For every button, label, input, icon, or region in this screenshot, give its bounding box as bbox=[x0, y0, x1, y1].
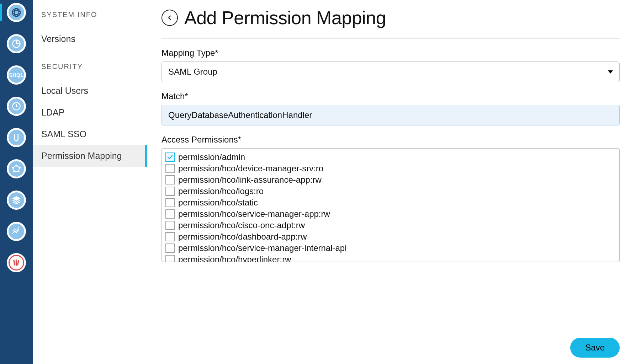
permission-row: permission/hco/device-manager-srv:ro bbox=[165, 163, 616, 174]
match-label: Match* bbox=[161, 91, 620, 101]
permission-label: permission/hco/dashboard-app:rw bbox=[178, 232, 307, 242]
sidebar-item-versions[interactable]: Versions bbox=[33, 28, 147, 50]
rail-item-shql[interactable]: SHQL bbox=[7, 65, 26, 85]
pie-icon bbox=[9, 36, 24, 52]
permission-label: permission/hco/cisco-onc-adpt:rw bbox=[178, 220, 305, 230]
rail-item-layers[interactable] bbox=[7, 191, 26, 210]
permission-row: permission/hco/link-assurance-app:rw bbox=[165, 174, 616, 186]
main-content: Add Permission Mapping Mapping Type* SAM… bbox=[147, 0, 641, 364]
permission-label: permission/hco/device-manager-srv:ro bbox=[178, 164, 323, 173]
topology-icon bbox=[9, 161, 24, 177]
svg-marker-11 bbox=[13, 197, 20, 201]
permission-checkbox[interactable] bbox=[165, 164, 175, 173]
shql-icon: SHQL bbox=[9, 67, 24, 83]
sidebar-item-local-users[interactable]: Local Users bbox=[33, 80, 147, 102]
permission-row: permission/hco/hyperlinker:rw bbox=[165, 254, 616, 262]
svg-point-2 bbox=[14, 9, 18, 17]
svg-point-0 bbox=[12, 9, 21, 17]
analytics-icon bbox=[9, 224, 24, 239]
permission-checkbox[interactable] bbox=[165, 175, 175, 184]
svg-point-6 bbox=[16, 165, 17, 166]
permission-row: permission/hco/service-manager-internal-… bbox=[165, 242, 616, 254]
sidebar-item-ldap[interactable]: LDAP bbox=[33, 102, 147, 123]
svg-rect-13 bbox=[16, 259, 17, 266]
permission-checkbox[interactable] bbox=[165, 232, 175, 241]
permission-label: permission/admin bbox=[178, 152, 245, 162]
mapping-type-value: SAML Group bbox=[168, 67, 217, 77]
svg-rect-14 bbox=[17, 260, 19, 266]
permissions-list: permission/adminpermission/hco/device-ma… bbox=[161, 148, 620, 262]
caret-down-icon bbox=[608, 70, 613, 74]
permission-checkbox[interactable] bbox=[165, 209, 175, 219]
permission-checkbox[interactable] bbox=[165, 152, 175, 162]
permission-checkbox[interactable] bbox=[165, 221, 175, 230]
permission-label: permission/hco/static bbox=[178, 198, 258, 208]
permission-row: permission/hco/dashboard-app:rw bbox=[165, 231, 616, 242]
permission-checkbox[interactable] bbox=[165, 243, 175, 253]
mapping-type-select[interactable]: SAML Group bbox=[161, 61, 620, 82]
rail-item-globe[interactable] bbox=[7, 3, 26, 22]
permission-row: permission/hco/cisco-onc-adpt:rw bbox=[165, 220, 616, 231]
permission-checkbox[interactable] bbox=[165, 198, 175, 207]
sidebar-header-security: SECURITY bbox=[33, 60, 147, 80]
rail-item-topology[interactable] bbox=[7, 159, 26, 178]
rail-item-analytics[interactable] bbox=[7, 222, 26, 241]
settings-sidebar: SYSTEM INFO Versions SECURITY Local User… bbox=[33, 0, 147, 364]
chevron-left-icon bbox=[166, 15, 173, 21]
svg-point-1 bbox=[12, 10, 21, 14]
permission-label: permission/hco/hyperlinker:rw bbox=[178, 255, 291, 262]
svg-point-9 bbox=[14, 171, 15, 172]
permission-row: permission/hco/static bbox=[165, 197, 616, 208]
match-input[interactable] bbox=[161, 105, 620, 125]
permission-checkbox[interactable] bbox=[165, 255, 175, 262]
permission-label: permission/hco/logs:ro bbox=[178, 186, 264, 196]
page-title: Add Permission Mapping bbox=[184, 7, 386, 28]
access-permissions-label: Access Permissions* bbox=[161, 135, 620, 145]
save-button[interactable]: Save bbox=[570, 338, 620, 358]
permission-row: permission/hco/logs:ro bbox=[165, 186, 616, 197]
permission-label: permission/hco/service-manager-app:rw bbox=[178, 209, 330, 219]
sidebar-item-saml-sso[interactable]: SAML SSO bbox=[33, 123, 147, 145]
mapping-type-label: Mapping Type* bbox=[161, 48, 620, 58]
permission-row: permission/admin bbox=[165, 151, 616, 163]
library-icon bbox=[9, 255, 24, 271]
globe-icon bbox=[9, 5, 24, 20]
permission-label: permission/hco/link-assurance-app:rw bbox=[178, 175, 322, 185]
svg-point-8 bbox=[18, 171, 19, 172]
sidebar-header-system-info: SYSTEM INFO bbox=[33, 9, 147, 28]
sidebar-item-permission-mapping[interactable]: Permission Mapping bbox=[33, 145, 147, 167]
rail-item-library[interactable] bbox=[7, 253, 26, 272]
nav-rail: SHQL bbox=[0, 0, 33, 364]
layers-icon bbox=[9, 192, 24, 208]
page-header: Add Permission Mapping bbox=[161, 7, 620, 39]
svg-point-7 bbox=[19, 167, 21, 168]
rail-item-link[interactable] bbox=[7, 128, 26, 147]
permission-checkbox[interactable] bbox=[165, 187, 175, 196]
rail-item-pie[interactable] bbox=[7, 34, 26, 53]
clock-icon bbox=[9, 98, 24, 114]
permission-row: permission/hco/service-manager-app:rw bbox=[165, 208, 616, 220]
link-icon bbox=[9, 130, 24, 145]
svg-point-10 bbox=[12, 167, 14, 168]
svg-rect-12 bbox=[13, 260, 15, 265]
rail-item-clock[interactable] bbox=[7, 97, 26, 116]
back-button[interactable] bbox=[161, 10, 178, 26]
permission-label: permission/hco/service-manager-internal-… bbox=[178, 243, 347, 253]
